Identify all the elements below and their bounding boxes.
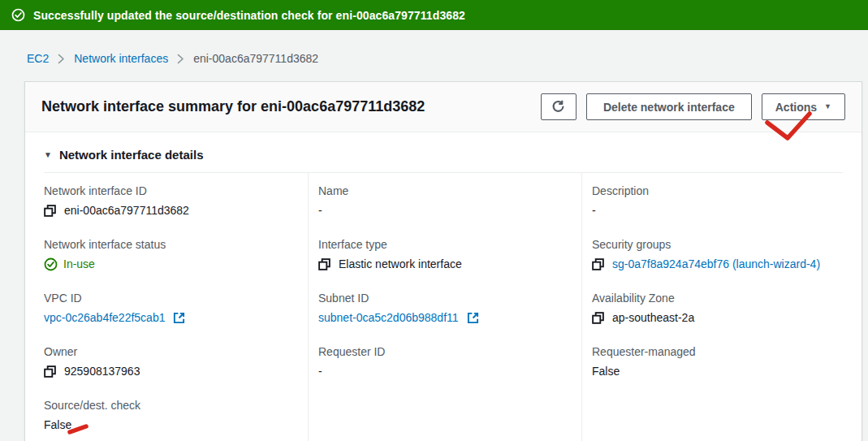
field-interface-type: Interface type Elastic network interface xyxy=(318,236,581,272)
field-label: Subnet ID xyxy=(318,290,581,306)
chevron-down-icon: ▼ xyxy=(824,103,831,110)
field-value: False xyxy=(592,363,620,379)
details-column-1: Network interface ID eni-00ac6a797711d36… xyxy=(44,172,308,441)
details-column-3: Description - Security groups sg-0a7f8a9… xyxy=(581,172,843,441)
actions-button-label: Actions xyxy=(775,101,817,114)
breadcrumb: EC2 Network interfaces eni-00ac6a797711d… xyxy=(27,52,868,65)
field-label: Security groups xyxy=(592,236,843,253)
field-owner: Owner 925908137963 xyxy=(44,344,308,379)
field-requester-id: Requester ID - xyxy=(318,344,581,379)
details-grid: Network interface ID eni-00ac6a797711d36… xyxy=(44,172,843,441)
field-security-groups: Security groups sg-0a7f8a924a74ebf76 (la… xyxy=(592,236,843,272)
field-value: 925908137963 xyxy=(64,363,140,379)
field-label: Owner xyxy=(44,344,308,360)
page-title: Network interface summary for eni-00ac6a… xyxy=(41,98,425,115)
breadcrumb-ec2[interactable]: EC2 xyxy=(27,52,49,65)
actions-button[interactable]: Actions ▼ xyxy=(762,93,845,120)
copy-icon[interactable] xyxy=(592,258,604,270)
field-label: Source/dest. check xyxy=(44,397,308,413)
field-network-interface-status: Network interface status In-use xyxy=(44,236,308,272)
field-value: ap-southeast-2a xyxy=(612,309,694,326)
security-group-link[interactable]: sg-0a7f8a924a74ebf76 (launch-wizard-4) xyxy=(612,256,820,272)
external-link-icon[interactable] xyxy=(467,312,479,324)
subnet-id-link[interactable]: subnet-0ca5c2d06b988df11 xyxy=(318,309,459,326)
field-value: - xyxy=(592,202,596,218)
field-value: eni-00ac6a797711d3682 xyxy=(64,202,189,218)
field-network-interface-id: Network interface ID eni-00ac6a797711d36… xyxy=(44,183,308,218)
field-availability-zone: Availability Zone ap-southeast-2a xyxy=(592,290,843,326)
chevron-right-icon xyxy=(177,54,184,64)
triangle-down-icon: ▼ xyxy=(44,151,52,159)
field-label: Interface type xyxy=(318,236,581,253)
field-label: Network interface ID xyxy=(44,183,308,199)
header-actions: Delete network interface Actions ▼ xyxy=(541,93,845,120)
check-circle-icon xyxy=(44,257,58,271)
field-description: Description - xyxy=(592,183,843,218)
chevron-right-icon xyxy=(58,54,65,64)
field-vpc-id: VPC ID vpc-0c26ab4fe22f5cab1 xyxy=(44,290,308,326)
field-label: Name xyxy=(318,183,581,199)
refresh-button[interactable] xyxy=(541,93,577,120)
field-value: False xyxy=(44,417,71,433)
network-interface-details-toggle[interactable]: ▼ Network interface details xyxy=(25,132,862,162)
field-requester-managed: Requester-managed False xyxy=(592,344,843,379)
section-title: Network interface details xyxy=(59,148,204,162)
delete-network-interface-button[interactable]: Delete network interface xyxy=(586,93,752,120)
panel-header: Network interface summary for eni-00ac6a… xyxy=(25,82,862,132)
field-label: Network interface status xyxy=(44,236,308,253)
field-value: Elastic network interface xyxy=(339,256,462,272)
refresh-icon xyxy=(551,100,565,114)
check-circle-icon xyxy=(11,8,25,22)
copy-icon[interactable] xyxy=(592,312,604,324)
breadcrumb-current: eni-00ac6a797711d3682 xyxy=(193,52,318,65)
field-subnet-id: Subnet ID subnet-0ca5c2d06b988df11 xyxy=(318,290,581,326)
field-value: - xyxy=(318,363,322,379)
success-banner: Successfully updated the source/destinat… xyxy=(0,0,868,30)
network-interface-summary-panel: Network interface summary for eni-00ac6a… xyxy=(24,81,862,441)
copy-icon[interactable] xyxy=(44,205,56,217)
field-label: Requester ID xyxy=(318,344,581,360)
external-link-icon[interactable] xyxy=(173,312,185,324)
status-badge: In-use xyxy=(63,256,95,272)
field-name: Name - xyxy=(318,183,581,218)
field-label: Requester-managed xyxy=(592,344,843,360)
details-column-2: Name - Interface type Elastic network in… xyxy=(308,172,581,441)
copy-icon[interactable] xyxy=(318,258,330,270)
field-value: - xyxy=(318,202,322,218)
field-source-dest-check: Source/dest. check False xyxy=(44,397,308,433)
field-label: Description xyxy=(592,183,843,199)
copy-icon[interactable] xyxy=(44,365,56,378)
vpc-id-link[interactable]: vpc-0c26ab4fe22f5cab1 xyxy=(44,309,165,326)
breadcrumb-network-interfaces[interactable]: Network interfaces xyxy=(74,52,168,65)
field-label: Availability Zone xyxy=(592,290,843,306)
banner-message: Successfully updated the source/destinat… xyxy=(33,9,465,22)
field-label: VPC ID xyxy=(44,290,308,306)
